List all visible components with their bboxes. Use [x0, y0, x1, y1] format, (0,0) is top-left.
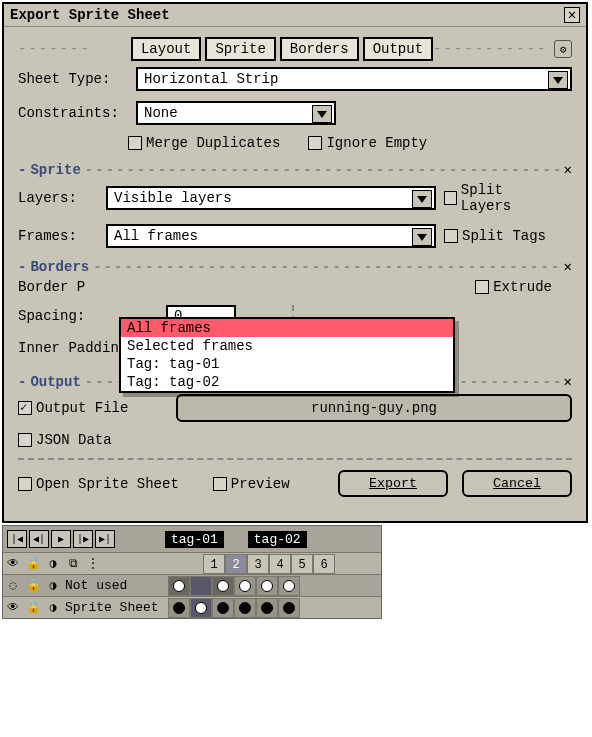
tab-sprite[interactable]: Sprite — [205, 37, 275, 61]
dropdown-item[interactable]: Tag: tag-01 — [121, 355, 453, 373]
collapse-sprite-icon[interactable]: ✕ — [564, 161, 572, 178]
cel[interactable] — [212, 598, 234, 618]
cel[interactable] — [234, 598, 256, 618]
cel[interactable] — [212, 576, 234, 596]
split-tags-checkbox[interactable]: Split Tags — [444, 228, 546, 244]
frame-header[interactable]: 3 — [247, 554, 269, 574]
sheet-type-label: Sheet Type: — [18, 71, 128, 87]
output-file-checkbox[interactable]: Output File — [18, 400, 148, 416]
tab-borders[interactable]: Borders — [280, 37, 359, 61]
collapse-output-icon[interactable]: ✕ — [564, 373, 572, 390]
collapse-borders-icon[interactable]: ✕ — [564, 258, 572, 275]
cancel-button[interactable]: Cancel — [462, 470, 572, 497]
json-data-checkbox[interactable]: JSON Data — [18, 432, 112, 448]
export-button[interactable]: Export — [338, 470, 448, 497]
frame-header[interactable]: 2 — [225, 554, 247, 574]
layers-label: Layers: — [18, 190, 98, 206]
onion-icon[interactable]: ◑ — [43, 556, 63, 571]
cel[interactable] — [234, 576, 256, 596]
eye-icon[interactable]: 👁 — [3, 556, 23, 571]
cel[interactable] — [278, 576, 300, 596]
constraints-label: Constraints: — [18, 105, 128, 121]
gear-icon[interactable]: ⚙ — [554, 40, 572, 58]
cel[interactable] — [190, 598, 212, 618]
chevron-down-icon[interactable] — [412, 190, 432, 208]
extrude-checkbox[interactable]: Extrude — [475, 279, 552, 295]
merge-duplicates-checkbox[interactable]: Merge Duplicates — [128, 135, 280, 151]
frames-value: All frames — [114, 228, 198, 244]
lock-icon[interactable]: 🔒 — [23, 600, 43, 615]
close-icon[interactable]: ✕ — [564, 7, 580, 23]
cel[interactable] — [256, 598, 278, 618]
frame-header[interactable]: 4 — [269, 554, 291, 574]
lock-icon[interactable]: 🔒 — [23, 578, 43, 593]
link-icon[interactable]: ⧉ — [63, 557, 83, 571]
eye-icon[interactable]: ◌ — [3, 578, 23, 593]
divider: ------------ — [433, 41, 546, 57]
sprite-section-title: Sprite — [30, 162, 80, 178]
tab-layout[interactable]: Layout — [131, 37, 201, 61]
tab-output[interactable]: Output — [363, 37, 433, 61]
split-layers-checkbox[interactable]: Split Layers — [444, 182, 552, 214]
dropdown-item[interactable]: Tag: tag-02 — [121, 373, 453, 391]
layers-value: Visible layers — [114, 190, 232, 206]
cel[interactable] — [190, 576, 212, 596]
frames-label: Frames: — [18, 228, 98, 244]
divider: ------- — [18, 41, 131, 57]
constraints-select[interactable]: None — [136, 101, 336, 125]
sheet-type-value: Horizontal Strip — [144, 71, 278, 87]
next-frame-icon[interactable]: |▶ — [73, 530, 93, 548]
cel[interactable] — [256, 576, 278, 596]
onion-icon[interactable]: ◑ — [43, 578, 63, 593]
first-frame-icon[interactable]: |◀ — [7, 530, 27, 548]
chevron-down-icon[interactable] — [312, 105, 332, 123]
constraints-value: None — [144, 105, 178, 121]
tag-chip[interactable]: tag-02 — [248, 531, 307, 548]
borders-section-title: Borders — [30, 259, 89, 275]
output-section-title: Output — [30, 374, 80, 390]
eye-icon[interactable]: 👁 — [3, 600, 23, 615]
open-sprite-sheet-checkbox[interactable]: Open Sprite Sheet — [18, 476, 179, 492]
layer-name[interactable]: Sprite Sheet — [63, 600, 168, 615]
layer-name[interactable]: Not used — [63, 578, 168, 593]
cel[interactable] — [278, 598, 300, 618]
frame-header[interactable]: 5 — [291, 554, 313, 574]
last-frame-icon[interactable]: ▶| — [95, 530, 115, 548]
border-padding-label: Border P — [18, 279, 128, 295]
layers-select[interactable]: Visible layers — [106, 186, 436, 210]
play-icon[interactable]: ▶ — [51, 530, 71, 548]
onion-icon[interactable]: ◑ — [43, 600, 63, 615]
frames-dropdown[interactable]: All frames Selected frames Tag: tag-01 T… — [119, 317, 455, 393]
prev-frame-icon[interactable]: ◀| — [29, 530, 49, 548]
tag-chip[interactable]: tag-01 — [165, 531, 224, 548]
lock-icon[interactable]: 🔒 — [23, 556, 43, 571]
ignore-empty-checkbox[interactable]: Ignore Empty — [308, 135, 427, 151]
dropdown-item[interactable]: All frames — [121, 319, 453, 337]
chevron-down-icon[interactable] — [548, 71, 568, 89]
frames-select[interactable]: All frames — [106, 224, 436, 248]
dialog-title: Export Sprite Sheet — [10, 7, 170, 23]
cel[interactable] — [168, 576, 190, 596]
output-file-button[interactable]: running-guy.png — [176, 394, 572, 422]
sheet-type-select[interactable]: Horizontal Strip — [136, 67, 572, 91]
frame-header[interactable]: 1 — [203, 554, 225, 574]
dropdown-item[interactable]: Selected frames — [121, 337, 453, 355]
cel[interactable] — [168, 598, 190, 618]
chevron-down-icon[interactable] — [412, 228, 432, 246]
menu-icon[interactable]: ⋮ — [83, 556, 103, 571]
preview-checkbox[interactable]: Preview — [213, 476, 290, 492]
frame-header[interactable]: 6 — [313, 554, 335, 574]
